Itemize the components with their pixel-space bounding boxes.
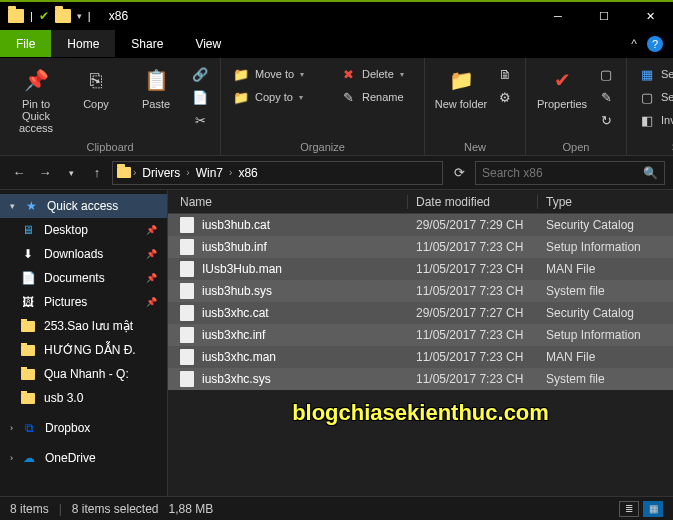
table-row[interactable]: iusb3xhc.cat29/05/2017 7:27 CHSecurity C… [168,302,673,324]
maximize-button[interactable]: ☐ [581,2,627,30]
up-button[interactable]: ↑ [86,162,108,184]
view-icons-button[interactable]: ▦ [643,501,663,517]
collapse-ribbon-icon[interactable]: ^ [631,37,637,51]
table-row[interactable]: iusb3hub.cat29/05/2017 7:29 CHSecurity C… [168,214,673,236]
invert-selection-icon: ◧ [639,112,655,128]
chevron-right-icon[interactable]: › [10,453,13,463]
sidebar-item-folder[interactable]: Qua Nhanh - Q: [0,362,167,386]
sidebar-item-onedrive[interactable]: ›☁OneDrive [0,446,167,470]
group-organize-label: Organize [229,139,416,153]
edit-button[interactable]: ✎ [594,87,618,107]
table-row[interactable]: IUsb3Hub.man11/05/2017 7:23 CHMAN File [168,258,673,280]
breadcrumb-seg-x86[interactable]: x86 [234,166,261,180]
table-row[interactable]: iusb3hub.sys11/05/2017 7:23 CHSystem fil… [168,280,673,302]
chevron-right-icon[interactable]: › [186,167,189,178]
forward-button[interactable]: → [34,162,56,184]
tab-file[interactable]: File [0,30,51,57]
sidebar-item-folder[interactable]: HƯỚNG DẪN Đ. [0,338,167,362]
ribbon-tabs: File Home Share View ^ ? [0,30,673,58]
help-icon[interactable]: ? [647,36,663,52]
copy-label: Copy [83,98,109,110]
folder-icon [20,390,36,406]
recent-dropdown[interactable]: ▾ [60,162,82,184]
view-details-button[interactable]: ≣ [619,501,639,517]
qat-folder-icon[interactable] [55,9,71,23]
move-to-label: Move to [255,68,294,80]
sidebar-item-quick-access[interactable]: ▾ ★ Quick access [0,194,167,218]
qat-dropdown-icon[interactable]: ▾ [77,11,82,21]
sidebar-item-desktop[interactable]: 🖥Desktop📌 [0,218,167,242]
breadcrumb-seg-drivers[interactable]: Drivers [138,166,184,180]
easy-access-button[interactable]: ⚙ [493,87,517,107]
qat-check-icon[interactable]: ✔ [39,9,49,23]
search-box[interactable]: 🔍 [475,161,665,185]
sidebar-item-pictures[interactable]: 🖼Pictures📌 [0,290,167,314]
column-date[interactable]: Date modified [408,195,538,209]
breadcrumb-folder-icon [117,167,131,178]
copy-to-icon: 📁 [233,89,249,105]
chevron-right-icon[interactable]: › [133,167,136,178]
chevron-right-icon[interactable]: › [10,423,13,433]
history-button[interactable]: ↻ [594,110,618,130]
file-icon [180,305,194,321]
app-folder-icon [8,9,24,23]
column-type[interactable]: Type [538,195,673,209]
rename-button[interactable]: ✎Rename [336,87,416,107]
search-input[interactable] [482,166,637,180]
sidebar-item-folder[interactable]: 253.Sao lưu mật [0,314,167,338]
folder-icon [20,318,36,334]
file-date: 11/05/2017 7:23 CH [408,372,538,386]
sidebar-item-label: 253.Sao lưu mật [44,319,133,333]
search-icon[interactable]: 🔍 [643,166,658,180]
qat-divider2: | [88,10,91,22]
breadcrumb[interactable]: › Drivers › Win7 › x86 [112,161,443,185]
sidebar-item-label: HƯỚNG DẪN Đ. [44,343,136,357]
cut-button[interactable]: ✂ [188,110,212,130]
delete-label: Delete [362,68,394,80]
close-button[interactable]: ✕ [627,2,673,30]
breadcrumb-seg-win7[interactable]: Win7 [192,166,227,180]
delete-button[interactable]: ✖Delete ▾ [336,64,416,84]
folder-icon [20,366,36,382]
sidebar-item-folder[interactable]: usb 3.0 [0,386,167,410]
table-row[interactable]: iusb3xhc.man11/05/2017 7:23 CHMAN File [168,346,673,368]
file-type: System file [538,284,673,298]
file-date: 11/05/2017 7:23 CH [408,240,538,254]
file-type: MAN File [538,350,673,364]
tab-view[interactable]: View [179,30,237,57]
column-name[interactable]: Name [168,195,408,209]
table-row[interactable]: iusb3xhc.inf11/05/2017 7:23 CHSetup Info… [168,324,673,346]
table-row[interactable]: iusb3hub.inf11/05/2017 7:23 CHSetup Info… [168,236,673,258]
tab-home[interactable]: Home [51,30,115,57]
pin-quick-access-button[interactable]: 📌 Pin to Quick access [8,62,64,134]
tab-share[interactable]: Share [115,30,179,57]
file-type: MAN File [538,262,673,276]
file-type: System file [538,372,673,386]
invert-selection-button[interactable]: ◧Invert selection [635,110,673,130]
doc-icon: 📄 [20,270,36,286]
new-item-button[interactable]: 🗎 [493,64,517,84]
copy-button[interactable]: ⎘ Copy [68,62,124,110]
copy-path-button[interactable]: 🔗 [188,64,212,84]
table-row[interactable]: iusb3xhc.sys11/05/2017 7:23 CHSystem fil… [168,368,673,390]
back-button[interactable]: ← [8,162,30,184]
paste-shortcut-button[interactable]: 📄 [188,87,212,107]
new-folder-button[interactable]: 📁 New folder [433,62,489,110]
select-all-button[interactable]: ▦Select all [635,64,673,84]
properties-button[interactable]: ✔ Properties [534,62,590,110]
file-date: 11/05/2017 7:23 CH [408,350,538,364]
chevron-down-icon[interactable]: ▾ [10,201,15,211]
move-to-button[interactable]: 📁Move to ▾ [229,64,319,84]
sidebar-item-downloads[interactable]: ⬇Downloads📌 [0,242,167,266]
copy-to-button[interactable]: 📁Copy to ▾ [229,87,319,107]
delete-icon: ✖ [340,66,356,82]
sidebar-item-documents[interactable]: 📄Documents📌 [0,266,167,290]
open-button[interactable]: ▢ [594,64,618,84]
sidebar-item-dropbox[interactable]: ›⧉Dropbox [0,416,167,440]
refresh-button[interactable]: ⟳ [447,162,471,184]
history-icon: ↻ [598,112,614,128]
paste-button[interactable]: 📋 Paste [128,62,184,110]
minimize-button[interactable]: ─ [535,2,581,30]
select-none-button[interactable]: ▢Select none [635,87,673,107]
chevron-right-icon[interactable]: › [229,167,232,178]
